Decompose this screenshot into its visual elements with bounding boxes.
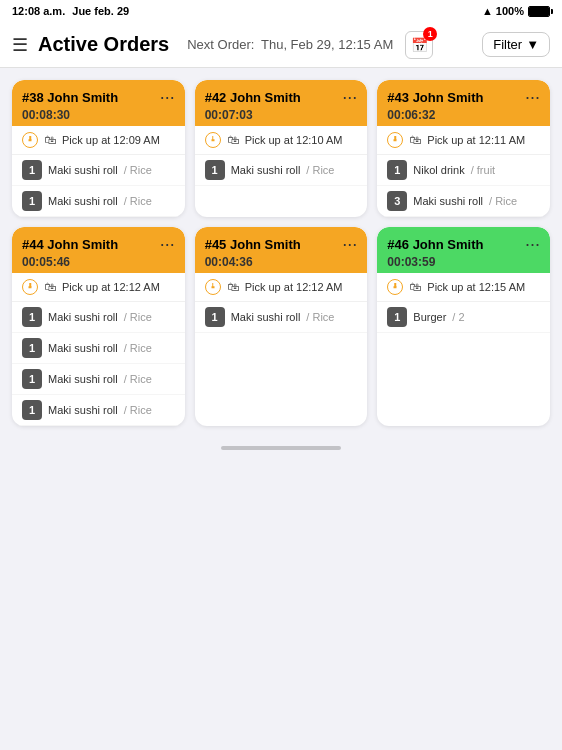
card-header-row: #45 John Smith···: [205, 235, 358, 253]
order-more-button[interactable]: ···: [525, 235, 540, 253]
item-name: Nikol drink: [413, 164, 464, 176]
card-header: #43 John Smith···00:06:32: [377, 80, 550, 126]
item-row: 1Maki sushi roll / Rice: [12, 395, 185, 426]
item-qty: 1: [22, 369, 42, 389]
card-header: #46 John Smith···00:03:59: [377, 227, 550, 273]
order-number: #38 John Smith: [22, 90, 118, 105]
item-variant: / Rice: [306, 164, 334, 176]
pickup-time: Pick up at 12:15 AM: [427, 281, 525, 293]
item-name: Maki sushi roll: [48, 342, 118, 354]
item-name: Burger: [413, 311, 446, 323]
clock-icon: [205, 132, 221, 148]
item-qty: 3: [387, 191, 407, 211]
clock-icon: [387, 132, 403, 148]
card-header: #38 John Smith···00:08:30: [12, 80, 185, 126]
order-timer: 00:04:36: [205, 255, 358, 269]
pickup-time: Pick up at 12:11 AM: [427, 134, 525, 146]
order-number: #42 John Smith: [205, 90, 301, 105]
card-header-row: #44 John Smith···: [22, 235, 175, 253]
card-header-row: #46 John Smith···: [387, 235, 540, 253]
pickup-row: 🛍Pick up at 12:12 AM: [12, 273, 185, 302]
item-qty: 1: [22, 160, 42, 180]
card-header-row: #43 John Smith···: [387, 88, 540, 106]
order-timer: 00:07:03: [205, 108, 358, 122]
item-name: Maki sushi roll: [48, 404, 118, 416]
filter-label: Filter: [493, 37, 522, 52]
order-card-order-42[interactable]: #42 John Smith···00:07:03🛍Pick up at 12:…: [195, 80, 368, 217]
menu-icon[interactable]: ☰: [12, 34, 28, 56]
item-variant: / Rice: [489, 195, 517, 207]
order-timer: 00:06:32: [387, 108, 540, 122]
item-qty: 1: [22, 338, 42, 358]
home-indicator: [0, 438, 562, 454]
item-row: 1Maki sushi roll / Rice: [12, 333, 185, 364]
pickup-time: Pick up at 12:12 AM: [62, 281, 160, 293]
item-variant: / fruit: [471, 164, 495, 176]
order-card-order-44[interactable]: #44 John Smith···00:05:46🛍Pick up at 12:…: [12, 227, 185, 426]
item-variant: / Rice: [124, 373, 152, 385]
pickup-row: 🛍Pick up at 12:12 AM: [195, 273, 368, 302]
bag-icon: 🛍: [44, 133, 56, 147]
order-card-order-43[interactable]: #43 John Smith···00:06:32🛍Pick up at 12:…: [377, 80, 550, 217]
card-header-row: #42 John Smith···: [205, 88, 358, 106]
orders-grid: #38 John Smith···00:08:30🛍Pick up at 12:…: [0, 68, 562, 438]
status-time: 12:08 a.m.: [12, 5, 65, 17]
item-qty: 1: [22, 400, 42, 420]
signal-icon: ▲ 100%: [482, 5, 524, 17]
item-name: Maki sushi roll: [48, 195, 118, 207]
card-header: #45 John Smith···00:04:36: [195, 227, 368, 273]
item-name: Maki sushi roll: [48, 373, 118, 385]
next-order-label: Next Order: Thu, Feb 29, 12:15 AM: [187, 37, 393, 52]
order-card-order-38[interactable]: #38 John Smith···00:08:30🛍Pick up at 12:…: [12, 80, 185, 217]
order-timer: 00:05:46: [22, 255, 175, 269]
item-qty: 1: [205, 160, 225, 180]
calendar-button[interactable]: 📅 1: [405, 31, 433, 59]
item-variant: / 2: [452, 311, 464, 323]
item-variant: / Rice: [124, 195, 152, 207]
status-indicators: ▲ 100%: [482, 5, 550, 17]
item-name: Maki sushi roll: [413, 195, 483, 207]
app-header: ☰ Active Orders Next Order: Thu, Feb 29,…: [0, 22, 562, 68]
pickup-time: Pick up at 12:09 AM: [62, 134, 160, 146]
order-card-order-45[interactable]: #45 John Smith···00:04:36🛍Pick up at 12:…: [195, 227, 368, 426]
order-more-button[interactable]: ···: [160, 235, 175, 253]
pickup-time: Pick up at 12:12 AM: [245, 281, 343, 293]
item-variant: / Rice: [124, 404, 152, 416]
pickup-row: 🛍Pick up at 12:15 AM: [377, 273, 550, 302]
item-row: 1Nikol drink / fruit: [377, 155, 550, 186]
battery-icon: [528, 6, 550, 17]
filter-button[interactable]: Filter ▼: [482, 32, 550, 57]
pickup-row: 🛍Pick up at 12:11 AM: [377, 126, 550, 155]
card-header-row: #38 John Smith···: [22, 88, 175, 106]
order-timer: 00:08:30: [22, 108, 175, 122]
order-card-order-46[interactable]: #46 John Smith···00:03:59🛍Pick up at 12:…: [377, 227, 550, 426]
order-number: #43 John Smith: [387, 90, 483, 105]
item-name: Maki sushi roll: [48, 311, 118, 323]
bag-icon: 🛍: [44, 280, 56, 294]
item-row: 1Maki sushi roll / Rice: [12, 364, 185, 395]
item-row: 1Burger / 2: [377, 302, 550, 333]
item-name: Maki sushi roll: [48, 164, 118, 176]
card-header: #42 John Smith···00:07:03: [195, 80, 368, 126]
card-header: #44 John Smith···00:05:46: [12, 227, 185, 273]
item-row: 1Maki sushi roll / Rice: [12, 302, 185, 333]
order-more-button[interactable]: ···: [160, 88, 175, 106]
pickup-row: 🛍Pick up at 12:10 AM: [195, 126, 368, 155]
clock-icon: [387, 279, 403, 295]
status-date: Jue feb. 29: [72, 5, 129, 17]
item-name: Maki sushi roll: [231, 311, 301, 323]
bag-icon: 🛍: [409, 280, 421, 294]
order-number: #45 John Smith: [205, 237, 301, 252]
order-timer: 00:03:59: [387, 255, 540, 269]
item-variant: / Rice: [124, 342, 152, 354]
item-qty: 1: [22, 307, 42, 327]
item-qty: 1: [387, 307, 407, 327]
order-more-button[interactable]: ···: [525, 88, 540, 106]
order-more-button[interactable]: ···: [342, 235, 357, 253]
calendar-badge: 1: [423, 27, 437, 41]
status-bar: 12:08 a.m. Jue feb. 29 ▲ 100%: [0, 0, 562, 22]
item-variant: / Rice: [124, 311, 152, 323]
item-qty: 1: [387, 160, 407, 180]
order-more-button[interactable]: ···: [342, 88, 357, 106]
home-bar: [221, 446, 341, 450]
